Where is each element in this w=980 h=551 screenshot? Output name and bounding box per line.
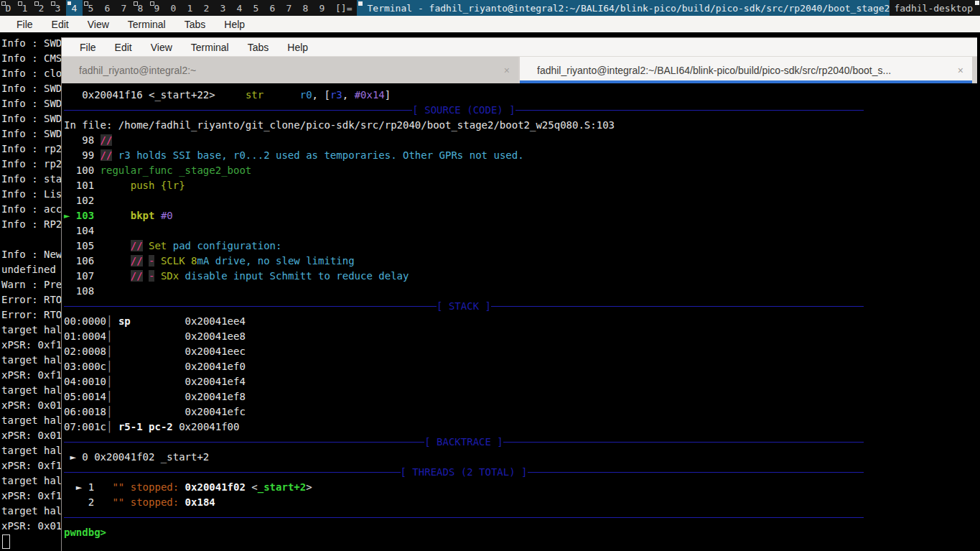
terminal-content[interactable]: 0x20041f16 <_start+22> str r0, [r3, #0x1… bbox=[62, 83, 977, 551]
workspace-tag[interactable]: 5 bbox=[83, 0, 99, 16]
tag-label: 6 bbox=[105, 3, 111, 14]
terminal-cursor bbox=[2, 534, 10, 549]
terminal-line: 108 bbox=[64, 284, 977, 299]
workspace-tag[interactable]: 4 bbox=[66, 0, 83, 16]
workspace-tag[interactable]: 8 bbox=[132, 0, 149, 16]
workspace-tag[interactable]: 2 bbox=[33, 0, 50, 16]
layout-symbol[interactable]: []= bbox=[330, 0, 357, 16]
terminal-line: 102 bbox=[64, 193, 977, 208]
terminal-line: 05:0014│ 0x20041ef8 bbox=[64, 389, 977, 404]
workspace-tag[interactable]: 2 bbox=[198, 0, 215, 16]
menu-item-help[interactable]: Help bbox=[278, 42, 317, 53]
menu-item-help[interactable]: Help bbox=[215, 19, 254, 30]
terminal-line: 99 // r3 holds SSI base, r0...2 used as … bbox=[64, 148, 977, 163]
focused-window-title: Terminal - fadhil_riyanto@integral2:~/BA… bbox=[357, 0, 890, 16]
tag-label: 3 bbox=[55, 3, 61, 14]
separator-line bbox=[64, 472, 401, 473]
corner-indicator-square bbox=[975, 1, 979, 5]
tag-label: 4 bbox=[72, 3, 78, 14]
section-label: [ BACKTRACE ] bbox=[424, 435, 503, 450]
workspace-tag[interactable]: 0 bbox=[165, 0, 182, 16]
menu-item-terminal[interactable]: Terminal bbox=[182, 42, 238, 53]
terminal-line: 00:0000│ sp 0x20041ee4 bbox=[64, 314, 977, 329]
menu-item-file[interactable]: File bbox=[7, 19, 42, 30]
close-icon[interactable]: × bbox=[958, 65, 963, 76]
workspace-tag[interactable]: 4 bbox=[231, 0, 248, 16]
section-separator: [ SOURCE (CODE) ] bbox=[64, 103, 864, 118]
tag-label: 3 bbox=[220, 3, 226, 14]
separator-line bbox=[64, 442, 424, 443]
menu-item-terminal[interactable]: Terminal bbox=[118, 19, 175, 30]
close-icon[interactable]: × bbox=[504, 65, 510, 76]
hollow-client-indicator bbox=[51, 1, 55, 6]
tag-label: 5 bbox=[253, 3, 259, 14]
terminal-menubar: FileEditViewTerminalTabsHelp bbox=[62, 38, 977, 57]
workspace-tag[interactable]: 3 bbox=[215, 0, 231, 16]
hollow-client-indicator bbox=[34, 1, 39, 6]
workspace-tag[interactable]: 1 bbox=[182, 0, 198, 16]
title-indicator-square bbox=[358, 1, 363, 6]
separator-line bbox=[515, 110, 864, 111]
terminal-line: In file: /home/fadhil_riyanto/git_clone/… bbox=[64, 118, 977, 133]
terminal-line: 07:001c│ r5-1 pc-2 0x20041f00 bbox=[64, 420, 977, 435]
section-separator: [ BACKTRACE ] bbox=[64, 435, 864, 450]
menu-item-edit[interactable]: Edit bbox=[106, 42, 141, 53]
workspace-tag[interactable]: 1 bbox=[17, 0, 33, 16]
tag-label: 7 bbox=[286, 3, 292, 14]
tab-label: fadhil_riyanto@integral2:~ bbox=[79, 65, 495, 76]
terminal-line: 0x20041f16 <_start+22> str r0, [r3, #0x1… bbox=[64, 88, 977, 103]
workspace-tag[interactable]: 6 bbox=[264, 0, 281, 16]
section-label: [ THREADS (2 TOTAL) ] bbox=[401, 465, 528, 480]
terminal-line: 06:0018│ 0x20041efc bbox=[64, 404, 977, 420]
tag-label: D bbox=[6, 3, 11, 14]
separator-line bbox=[528, 472, 864, 473]
terminal-tab[interactable]: fadhil_riyanto@integral2:~/BALI64/blink-… bbox=[520, 57, 972, 83]
menu-item-edit[interactable]: Edit bbox=[42, 19, 78, 30]
terminal-line: ► 103 bkpt #0 bbox=[64, 208, 977, 223]
section-separator bbox=[64, 510, 864, 525]
tag-label: 8 bbox=[303, 3, 309, 14]
status-text: fadhil-desktop bbox=[890, 0, 980, 16]
tag-label: 2 bbox=[39, 3, 45, 14]
status-bar: D1234567890123456789 []= Terminal - fadh… bbox=[0, 0, 980, 16]
menu-item-tabs[interactable]: Tabs bbox=[238, 42, 279, 53]
terminal-tab[interactable]: fadhil_riyanto@integral2:~× bbox=[62, 57, 518, 83]
terminal-window: FileEditViewTerminalTabsHelp fadhil_riya… bbox=[61, 37, 977, 551]
terminal-line: 04:0010│ 0x20041ef4 bbox=[64, 374, 977, 389]
workspace-tag[interactable]: 8 bbox=[297, 0, 314, 16]
workspace-tag[interactable]: 9 bbox=[314, 0, 330, 16]
separator-line bbox=[64, 110, 412, 111]
separator-line bbox=[64, 306, 437, 307]
tag-label: 7 bbox=[121, 3, 127, 14]
menu-item-view[interactable]: View bbox=[78, 19, 118, 30]
tag-label: 9 bbox=[319, 3, 325, 14]
section-separator: [ THREADS (2 TOTAL) ] bbox=[64, 465, 864, 480]
workspace-tag[interactable]: 7 bbox=[116, 0, 132, 16]
terminal-line: 03:000c│ 0x20041ef0 bbox=[64, 359, 977, 374]
menu-item-file[interactable]: File bbox=[70, 42, 106, 53]
window-title-text: Terminal - fadhil_riyanto@integral2:~/BA… bbox=[367, 3, 890, 14]
section-separator: [ STACK ] bbox=[64, 299, 864, 314]
terminal-line: ► 0 0x20041f02 _start+2 bbox=[64, 450, 977, 465]
workspace-tag[interactable]: 3 bbox=[50, 0, 66, 16]
terminal-line: 2 "" stopped: 0x184 bbox=[64, 495, 977, 510]
terminal-line: ► 1 "" stopped: 0x20041f02 <_start+2> bbox=[64, 480, 977, 495]
tab-bar: fadhil_riyanto@integral2:~×fadhil_riyant… bbox=[62, 57, 977, 83]
terminal-line: 02:0008│ 0x20041eec bbox=[64, 344, 977, 359]
workspace-tag[interactable]: 9 bbox=[149, 0, 165, 16]
terminal-line: 104 bbox=[64, 223, 977, 239]
hollow-client-indicator bbox=[84, 1, 88, 6]
hollow-client-indicator bbox=[150, 1, 154, 6]
tab-label: fadhil_riyanto@integral2:~/BALI64/blink-… bbox=[537, 65, 949, 76]
workspace-tag[interactable]: 7 bbox=[281, 0, 297, 16]
tag-label: 1 bbox=[187, 3, 193, 14]
workspace-tags: D1234567890123456789 bbox=[0, 0, 330, 16]
workspace-tag[interactable]: 5 bbox=[248, 0, 264, 16]
workspace-tag[interactable]: 6 bbox=[99, 0, 116, 16]
terminal-line: pwndbg> bbox=[64, 525, 977, 540]
hollow-client-indicator bbox=[134, 1, 138, 6]
menu-item-tabs[interactable]: Tabs bbox=[175, 19, 215, 30]
tag-label: 5 bbox=[88, 3, 94, 14]
workspace-tag[interactable]: D bbox=[0, 0, 17, 16]
menu-item-view[interactable]: View bbox=[141, 42, 182, 53]
